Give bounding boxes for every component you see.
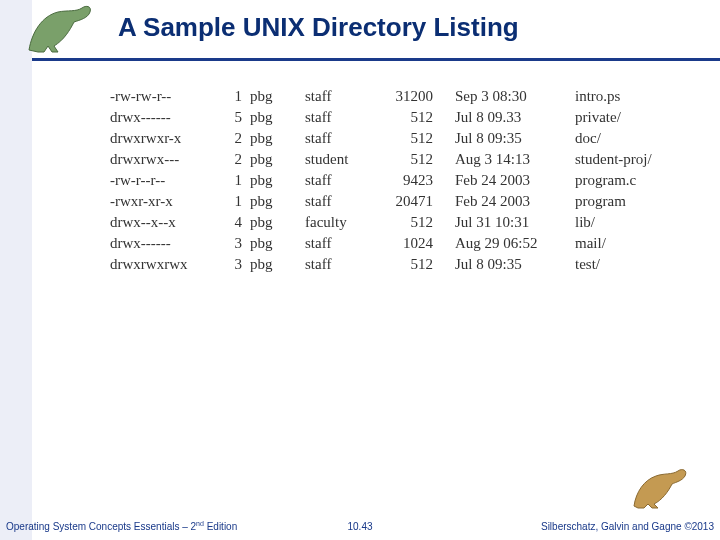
table-row: -rwxr-xr-x1pbgstaff20471Feb 24 2003progr… <box>110 191 652 212</box>
perm-cell: drwxrwxrwx <box>110 254 220 275</box>
size-cell: 31200 <box>385 86 455 107</box>
group-cell: student <box>305 149 385 170</box>
filename-cell: intro.ps <box>575 86 652 107</box>
slide-header: A Sample UNIX Directory Listing <box>0 0 720 72</box>
group-cell: faculty <box>305 212 385 233</box>
group-cell: staff <box>305 191 385 212</box>
filename-cell: program.c <box>575 170 652 191</box>
size-cell: 512 <box>385 107 455 128</box>
table-row: -rw-rw-r--1pbgstaff31200Sep 3 08:30intro… <box>110 86 652 107</box>
perm-cell: drwxrwxr-x <box>110 128 220 149</box>
filename-cell: lib/ <box>575 212 652 233</box>
table-row: drwx------5pbgstaff512Jul 8 09.33private… <box>110 107 652 128</box>
group-cell: staff <box>305 86 385 107</box>
perm-cell: -rw-rw-r-- <box>110 86 220 107</box>
group-cell: staff <box>305 107 385 128</box>
dinosaur-icon <box>24 2 96 54</box>
perm-cell: drwx------ <box>110 233 220 254</box>
perm-cell: -rw-r--r-- <box>110 170 220 191</box>
slide-footer: Operating System Concepts Essentials – 2… <box>0 512 720 540</box>
links-cell: 1 <box>220 86 250 107</box>
owner-cell: pbg <box>250 128 305 149</box>
date-cell: Jul 8 09:35 <box>455 128 575 149</box>
directory-listing: -rw-rw-r--1pbgstaff31200Sep 3 08:30intro… <box>110 86 652 275</box>
group-cell: staff <box>305 170 385 191</box>
date-cell: Aug 3 14:13 <box>455 149 575 170</box>
group-cell: staff <box>305 233 385 254</box>
links-cell: 3 <box>220 233 250 254</box>
links-cell: 4 <box>220 212 250 233</box>
group-cell: staff <box>305 254 385 275</box>
filename-cell: test/ <box>575 254 652 275</box>
perm-cell: drwxrwx--- <box>110 149 220 170</box>
owner-cell: pbg <box>250 212 305 233</box>
size-cell: 512 <box>385 149 455 170</box>
table-row: drwx------3pbgstaff1024Aug 29 06:52mail/ <box>110 233 652 254</box>
filename-cell: program <box>575 191 652 212</box>
table-row: drwxrwxrwx3pbgstaff512Jul 8 09:35test/ <box>110 254 652 275</box>
date-cell: Feb 24 2003 <box>455 170 575 191</box>
date-cell: Aug 29 06:52 <box>455 233 575 254</box>
date-cell: Jul 31 10:31 <box>455 212 575 233</box>
links-cell: 1 <box>220 170 250 191</box>
slide-title: A Sample UNIX Directory Listing <box>118 12 519 43</box>
size-cell: 512 <box>385 128 455 149</box>
owner-cell: pbg <box>250 107 305 128</box>
date-cell: Sep 3 08:30 <box>455 86 575 107</box>
date-cell: Jul 8 09.33 <box>455 107 575 128</box>
left-side-bar <box>0 0 32 540</box>
perm-cell: drwx------ <box>110 107 220 128</box>
size-cell: 20471 <box>385 191 455 212</box>
table-row: drwxrwx---2pbgstudent512Aug 3 14:13stude… <box>110 149 652 170</box>
links-cell: 3 <box>220 254 250 275</box>
owner-cell: pbg <box>250 254 305 275</box>
owner-cell: pbg <box>250 149 305 170</box>
perm-cell: -rwxr-xr-x <box>110 191 220 212</box>
links-cell: 1 <box>220 191 250 212</box>
owner-cell: pbg <box>250 170 305 191</box>
title-rule <box>32 58 720 61</box>
filename-cell: private/ <box>575 107 652 128</box>
links-cell: 2 <box>220 128 250 149</box>
table-row: drwxrwxr-x2pbgstaff512Jul 8 09:35doc/ <box>110 128 652 149</box>
dinosaur-icon <box>630 466 690 510</box>
size-cell: 1024 <box>385 233 455 254</box>
size-cell: 512 <box>385 254 455 275</box>
links-cell: 2 <box>220 149 250 170</box>
group-cell: staff <box>305 128 385 149</box>
links-cell: 5 <box>220 107 250 128</box>
date-cell: Jul 8 09:35 <box>455 254 575 275</box>
table-row: drwx--x--x4pbgfaculty512Jul 31 10:31lib/ <box>110 212 652 233</box>
footer-right: Silberschatz, Galvin and Gagne ©2013 <box>541 521 714 532</box>
date-cell: Feb 24 2003 <box>455 191 575 212</box>
slide: A Sample UNIX Directory Listing -rw-rw-r… <box>0 0 720 540</box>
filename-cell: doc/ <box>575 128 652 149</box>
size-cell: 9423 <box>385 170 455 191</box>
table-row: -rw-r--r--1pbgstaff9423Feb 24 2003progra… <box>110 170 652 191</box>
owner-cell: pbg <box>250 191 305 212</box>
listing-table: -rw-rw-r--1pbgstaff31200Sep 3 08:30intro… <box>110 86 652 275</box>
filename-cell: student-proj/ <box>575 149 652 170</box>
filename-cell: mail/ <box>575 233 652 254</box>
owner-cell: pbg <box>250 233 305 254</box>
perm-cell: drwx--x--x <box>110 212 220 233</box>
size-cell: 512 <box>385 212 455 233</box>
owner-cell: pbg <box>250 86 305 107</box>
